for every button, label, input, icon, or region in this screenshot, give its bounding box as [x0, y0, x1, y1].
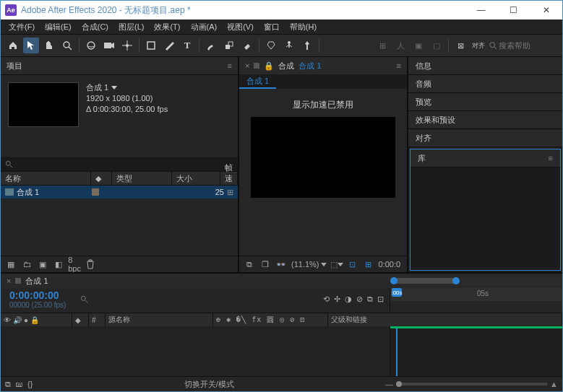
- panel-menu-icon[interactable]: ≡: [549, 154, 553, 162]
- time-ruler[interactable]: :00s 05s: [390, 288, 562, 301]
- puppet-tool-icon[interactable]: [281, 38, 297, 53]
- timeline-search-icon[interactable]: [80, 295, 89, 304]
- folder-icon[interactable]: 🗀: [21, 258, 33, 270]
- camera-tool-icon[interactable]: [101, 38, 117, 53]
- home-icon[interactable]: [5, 38, 21, 53]
- col-fps[interactable]: 帧速率: [220, 172, 238, 185]
- parent-col[interactable]: 父级和链接: [328, 313, 562, 326]
- graph-editor-icon[interactable]: ⧉: [367, 295, 373, 304]
- roto-tool-icon[interactable]: [263, 38, 279, 53]
- panel-effects[interactable]: 效果和预设: [408, 111, 562, 129]
- col-name[interactable]: 名称: [1, 172, 91, 185]
- solo-col-icon[interactable]: ●: [24, 316, 28, 324]
- draft3d-icon[interactable]: ✢: [334, 295, 340, 304]
- selection-tool-icon[interactable]: [23, 38, 39, 53]
- zoom-tool-icon[interactable]: [59, 38, 75, 53]
- viewer-body[interactable]: 显示加速已禁用: [239, 89, 407, 256]
- shy-toggle-icon[interactable]: ⟲: [323, 295, 330, 304]
- pen-tool-icon[interactable]: [161, 38, 177, 53]
- new-comp-icon[interactable]: ▣: [37, 258, 48, 270]
- orbit-tool-icon[interactable]: [83, 38, 99, 53]
- col-size[interactable]: 大小: [172, 172, 220, 185]
- clone-tool-icon[interactable]: [221, 38, 237, 53]
- toggle-modes-icon[interactable]: 🖭: [15, 380, 23, 389]
- project-search-input[interactable]: [14, 160, 233, 170]
- lock-icon[interactable]: 🔒: [264, 61, 274, 71]
- project-search[interactable]: [1, 157, 238, 172]
- toggle-mask-icon[interactable]: ❐: [259, 258, 271, 270]
- zoom-in-icon[interactable]: ▲: [550, 380, 558, 388]
- zoom-out-icon[interactable]: —: [385, 380, 393, 388]
- guides-icon[interactable]: ⊞: [363, 258, 374, 270]
- flowchart-icon[interactable]: ⊞: [227, 188, 233, 197]
- menu-help[interactable]: 帮助(H): [285, 20, 322, 34]
- col-type[interactable]: 类型: [112, 172, 172, 185]
- trash-icon[interactable]: [85, 258, 96, 270]
- menu-view[interactable]: 视图(V): [222, 20, 259, 34]
- brush-tool-icon[interactable]: [203, 38, 219, 53]
- timeline-layer-list[interactable]: [1, 326, 390, 376]
- pan-behind-tool-icon[interactable]: [119, 38, 135, 53]
- toggle-switches-icon[interactable]: ⧉: [5, 380, 11, 389]
- help-search-input[interactable]: [497, 40, 558, 51]
- current-timecode[interactable]: 0:00:00:00: [9, 289, 66, 301]
- menu-edit[interactable]: 编辑(E): [40, 20, 77, 34]
- comp-thumbnail[interactable]: [8, 82, 79, 127]
- label-col[interactable]: ◆: [72, 313, 89, 326]
- zoom-thumb[interactable]: [396, 381, 402, 387]
- panel-align[interactable]: 对齐: [408, 129, 562, 147]
- audio-col-icon[interactable]: 🔊: [13, 316, 22, 324]
- fill-icon[interactable]: ▣: [411, 38, 426, 53]
- project-item-row[interactable]: 合成 1 25⊞: [1, 186, 238, 199]
- minimize-button[interactable]: —: [465, 1, 497, 19]
- menu-layer[interactable]: 图层(L): [113, 20, 149, 34]
- menu-window[interactable]: 窗口: [259, 20, 285, 34]
- bpc-toggle[interactable]: 8 bpc: [69, 258, 80, 270]
- panel-library-title[interactable]: 库: [418, 153, 426, 164]
- toggle-3d-icon[interactable]: 👓: [275, 258, 287, 270]
- viewer-tab-name[interactable]: 合成 1: [298, 61, 321, 71]
- menu-file[interactable]: 文件(F): [4, 20, 40, 34]
- timeline-body[interactable]: [1, 326, 562, 376]
- index-col[interactable]: #: [89, 313, 106, 326]
- close-button[interactable]: ✕: [530, 1, 562, 19]
- menu-comp[interactable]: 合成(C): [77, 20, 113, 34]
- work-area-bar[interactable]: [390, 326, 562, 328]
- comp-canvas[interactable]: [251, 117, 395, 198]
- lock-col-icon[interactable]: 🔒: [30, 316, 39, 324]
- rect-tool-icon[interactable]: [143, 38, 159, 53]
- label-color[interactable]: [92, 188, 99, 196]
- dropdown-icon[interactable]: [111, 86, 117, 90]
- eye-col-icon[interactable]: 👁: [4, 316, 11, 324]
- frame-blend-icon[interactable]: ◑: [345, 295, 352, 304]
- source-name-col[interactable]: 源名称: [106, 313, 213, 326]
- playhead[interactable]: [396, 326, 397, 376]
- res-dropdown[interactable]: ⬚: [331, 258, 343, 270]
- zoom-level[interactable]: (11.1%): [291, 260, 327, 269]
- menu-effect[interactable]: 效果(T): [149, 20, 185, 34]
- align-icon[interactable]: 人: [392, 38, 408, 53]
- toggle-alpha-icon[interactable]: ⧉: [244, 258, 255, 270]
- toggle-inout-icon[interactable]: {}: [27, 380, 33, 389]
- interpret-icon[interactable]: ▦: [5, 258, 17, 270]
- eraser-tool-icon[interactable]: [239, 38, 255, 53]
- timeline-tracks[interactable]: [390, 326, 562, 376]
- panel-menu-icon[interactable]: ≡: [228, 61, 232, 70]
- playhead-flag[interactable]: :00s: [392, 288, 402, 297]
- zoom-handle-end[interactable]: [452, 277, 460, 284]
- col-label-icon[interactable]: ◆: [91, 172, 112, 185]
- zoom-slider[interactable]: [390, 276, 562, 285]
- motion-blur-icon[interactable]: ⊘: [356, 295, 363, 304]
- panel-info[interactable]: 信息: [408, 57, 562, 75]
- viewer-sub-tab[interactable]: 合成 1: [239, 74, 276, 89]
- switches-col[interactable]: ⊕ ✱ �╲ fx 圓 ◎ ⊘ ⊡: [213, 313, 328, 326]
- switches-modes-toggle[interactable]: 切换开关/模式: [37, 379, 381, 390]
- text-tool-icon[interactable]: T: [179, 38, 195, 53]
- workspace-icon[interactable]: ⊠: [452, 38, 468, 53]
- pin-tool-icon[interactable]: [299, 38, 315, 53]
- hand-tool-icon[interactable]: [41, 38, 57, 53]
- zoom-handle-start[interactable]: [390, 277, 397, 284]
- timeline-zoom-slider[interactable]: [396, 383, 547, 386]
- menu-anim[interactable]: 动画(A): [186, 20, 223, 34]
- panel-menu-icon[interactable]: ≡: [397, 61, 401, 70]
